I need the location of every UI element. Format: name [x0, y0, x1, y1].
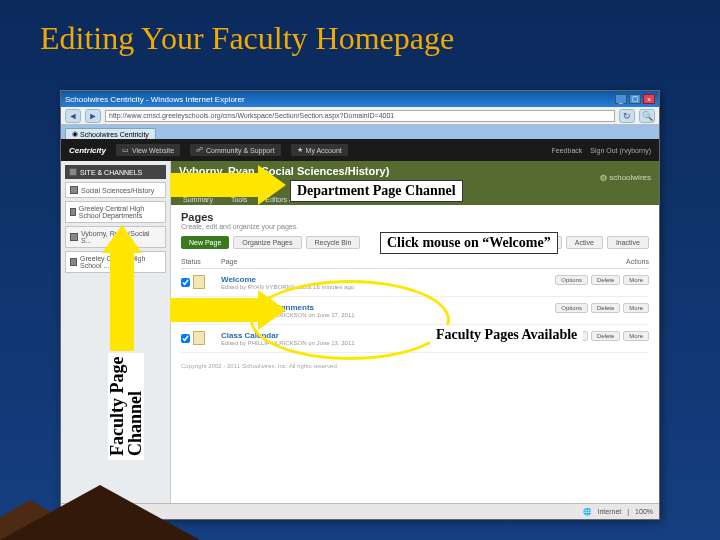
folder-icon	[70, 233, 78, 241]
sidebar-item[interactable]: Social Sciences/History	[65, 182, 166, 198]
people-icon: ☍	[196, 146, 203, 154]
slide-title: Editing Your Faculty Homepage	[0, 0, 720, 67]
active-checkbox[interactable]	[181, 278, 190, 287]
ie-titlebar: Schoolwires Centricity - Windows Interne…	[61, 91, 659, 107]
col-page: Page	[221, 258, 549, 265]
pages-heading: Pages	[181, 211, 649, 223]
community-support-button[interactable]: ☍Community & Support	[190, 144, 280, 156]
my-account-button[interactable]: ★My Account	[291, 144, 348, 156]
brand-logo: Centricity	[69, 146, 106, 155]
copyright-footer: Copyright 2002 - 2011 Schoolwires, Inc. …	[181, 363, 649, 369]
ie-tabbar: ◉Schoolwires Centricity	[61, 125, 659, 139]
minimize-button[interactable]: _	[615, 94, 627, 104]
organize-pages-button[interactable]: Organize Pages	[233, 236, 301, 249]
search-button[interactable]: 🔍	[639, 109, 655, 123]
recycle-bin-button[interactable]: Recycle Bin	[306, 236, 361, 249]
app-topbar: Centricity ▭View Website ☍Community & Su…	[61, 139, 659, 161]
signout-link[interactable]: Sign Out (rvyborny)	[590, 147, 651, 154]
sidebar-item[interactable]: Greeley Central High School Departments	[65, 201, 166, 223]
more-button[interactable]: More	[623, 303, 649, 313]
folder-icon	[70, 258, 77, 266]
folder-icon	[70, 186, 78, 194]
ie-tab-label: Schoolwires Centricity	[80, 131, 149, 138]
address-bar[interactable]: http://www.cmsd.greeleyschools.org/cms/W…	[105, 110, 615, 122]
monitor-icon: ▭	[122, 146, 129, 154]
page-icon	[193, 275, 205, 289]
ie-window-title: Schoolwires Centricity - Windows Interne…	[65, 95, 245, 104]
callout-click-welcome: Click mouse on “Welcome”	[380, 232, 558, 254]
schoolwires-logo: ◍schoolwires	[600, 173, 651, 182]
forward-button[interactable]: ►	[85, 109, 101, 123]
more-button[interactable]: More	[623, 275, 649, 285]
refresh-button[interactable]: ↻	[619, 109, 635, 123]
options-button[interactable]: Options	[555, 303, 588, 313]
favicon: ◉	[72, 130, 78, 138]
grid-icon	[69, 168, 77, 176]
delete-button[interactable]: Delete	[591, 331, 620, 341]
col-actions: Actions	[549, 258, 649, 265]
zoom-label[interactable]: 100%	[635, 508, 653, 515]
feedback-link[interactable]: Feedback	[552, 147, 583, 154]
callout-pages-available: Faculty Pages Available	[430, 325, 583, 345]
close-button[interactable]: ×	[643, 94, 655, 104]
options-button[interactable]: Options	[555, 275, 588, 285]
globe-icon: ◍	[600, 173, 607, 182]
maximize-button[interactable]: ▢	[629, 94, 641, 104]
active-checkbox[interactable]	[181, 334, 190, 343]
filter-active[interactable]: Active	[566, 236, 603, 249]
ie-tab[interactable]: ◉Schoolwires Centricity	[65, 128, 156, 139]
delete-button[interactable]: Delete	[591, 275, 620, 285]
page-icon	[193, 331, 205, 345]
callout-faculty-channel: Faculty PageChannel	[108, 353, 144, 460]
star-icon: ★	[297, 146, 303, 154]
back-button[interactable]: ◄	[65, 109, 81, 123]
decor-mountain	[0, 485, 200, 540]
delete-button[interactable]: Delete	[591, 303, 620, 313]
callout-dept: Department Page Channel	[290, 180, 463, 202]
col-status: Status	[181, 258, 221, 265]
filter-inactive[interactable]: Inactive	[607, 236, 649, 249]
view-website-button[interactable]: ▭View Website	[116, 144, 180, 156]
globe-icon: 🌐	[583, 508, 592, 516]
folder-icon	[70, 208, 76, 216]
pages-subheading: Create, edit and organize your pages.	[181, 223, 649, 230]
status-zone: Internet	[598, 508, 622, 515]
more-button[interactable]: More	[623, 331, 649, 341]
new-page-button[interactable]: New Page	[181, 236, 229, 249]
sidebar-head: SITE & CHANNELS	[65, 165, 166, 179]
ie-toolbar: ◄ ► http://www.cmsd.greeleyschools.org/c…	[61, 107, 659, 125]
